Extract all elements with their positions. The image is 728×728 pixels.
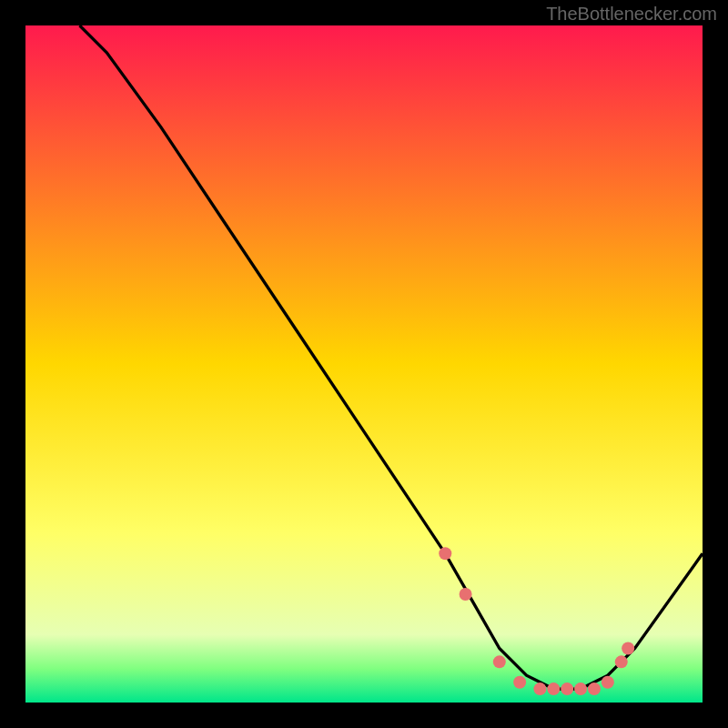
marker-point — [561, 682, 573, 695]
marker-point — [602, 676, 614, 689]
marker-point — [622, 642, 634, 654]
marker-point — [513, 676, 526, 689]
marker-point — [439, 547, 451, 560]
marker-point — [460, 588, 472, 601]
chart-curve-layer — [25, 25, 703, 703]
chart-plot-area — [25, 25, 703, 703]
marker-point — [493, 655, 506, 668]
watermark-label: TheBottlenecker.com — [546, 4, 717, 25]
bottleneck-curve — [80, 25, 703, 689]
marker-point — [533, 682, 546, 695]
marker-point — [588, 682, 601, 695]
marker-point — [615, 655, 628, 668]
marker-point — [574, 682, 587, 695]
marker-point — [547, 682, 560, 695]
highlighted-points-group — [439, 547, 634, 695]
